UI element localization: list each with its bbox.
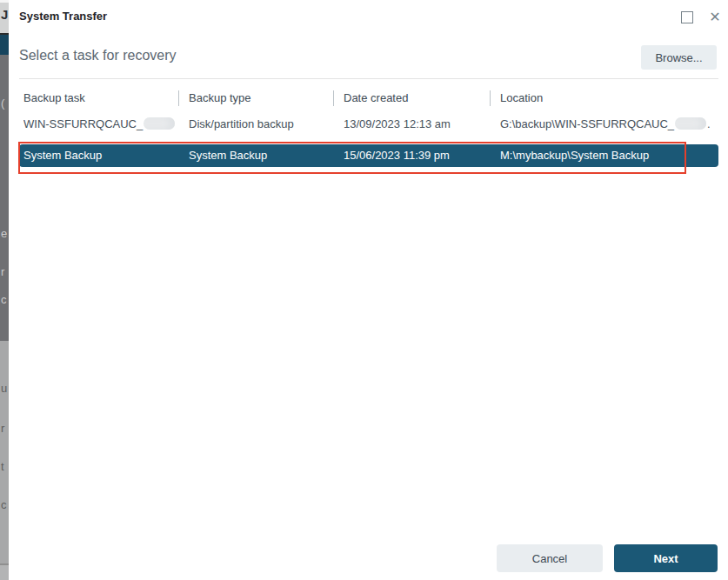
task-name-text: WIN-SSFURRQCAUC_ (23, 117, 143, 130)
cell-backup-type: System Backup (189, 144, 331, 167)
clipped-text-fragment: c (1, 499, 7, 510)
window-title: System Transfer (19, 10, 107, 23)
table-header: Backup task Backup type Date created Loc… (9, 87, 728, 110)
clipped-text-fragment: ( (1, 97, 4, 109)
clipped-text-fragment: t (1, 461, 4, 472)
column-header-location: Location (500, 87, 718, 110)
cell-backup-type: Disk/partition backup (189, 113, 331, 136)
clipped-text-fragment: J (1, 9, 8, 20)
location-suffix: . (707, 117, 711, 130)
cell-backup-task: System Backup (23, 144, 176, 167)
cell-date-created: 13/09/2023 12:13 am (344, 113, 487, 136)
divider (19, 78, 718, 79)
table-row-system-backup-selected[interactable]: System Backup System Backup 15/06/2023 1… (19, 144, 718, 167)
page-title: Select a task for recovery (19, 48, 177, 63)
redaction-blur (144, 117, 175, 130)
strip-segment (0, 341, 9, 563)
cell-backup-task: WIN-SSFURRQCAUC_.. (23, 113, 176, 136)
redaction-blur (675, 117, 706, 130)
cell-location: M:\mybackup\System Backup (500, 144, 718, 167)
column-header-backup-task: Backup task (23, 87, 176, 110)
table-row-disk-partition-backup[interactable]: WIN-SSFURRQCAUC_.. Disk/partition backup… (9, 113, 728, 136)
maximize-icon (681, 11, 693, 23)
next-button[interactable]: Next (614, 544, 718, 572)
system-transfer-dialog: System Transfer ✕ Select a task for reco… (9, 0, 728, 580)
location-text: G:\backup\WIN-SSFURRQCAUC_ (500, 117, 674, 130)
strip-segment (0, 565, 9, 580)
cell-date-created: 15/06/2023 11:39 pm (344, 144, 487, 167)
strip-segment (0, 35, 9, 55)
column-header-backup-type: Backup type (189, 87, 331, 110)
column-separator (490, 90, 491, 106)
close-button[interactable]: ✕ (703, 5, 727, 30)
clipped-text-fragment: r (1, 266, 4, 277)
clipped-text-fragment: e (1, 228, 7, 239)
column-separator (178, 90, 179, 106)
cell-location: G:\backup\WIN-SSFURRQCAUC_. (500, 113, 718, 136)
maximize-button[interactable] (675, 5, 699, 30)
clipped-text-fragment: c (1, 294, 7, 305)
clipped-text-fragment: r (1, 423, 4, 434)
browse-button[interactable]: Browse... (641, 45, 717, 70)
screen: J ( e r c u r t c System Transfer ✕ Sele… (0, 0, 728, 580)
background-app-strip: J ( e r c u r t c (0, 0, 9, 580)
column-separator (333, 90, 334, 106)
title-bar: System Transfer ✕ (9, 0, 728, 35)
close-icon: ✕ (709, 10, 720, 24)
cancel-button[interactable]: Cancel (497, 544, 603, 572)
clipped-text-fragment: u (1, 383, 7, 394)
column-header-date-created: Date created (344, 87, 487, 110)
